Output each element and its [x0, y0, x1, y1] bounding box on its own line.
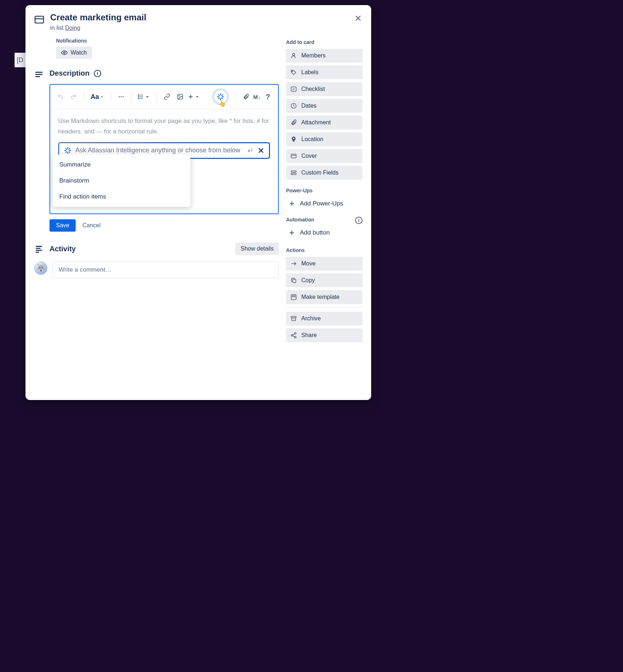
sidebar-dates[interactable]: Dates — [286, 99, 362, 113]
card-title[interactable]: Create marketing email — [50, 12, 146, 23]
markdown-button[interactable]: M↓ — [253, 91, 261, 103]
ai-placeholder: Ask Atlassian Intelligence anything or c… — [75, 147, 244, 154]
action-share[interactable]: Share — [286, 328, 362, 342]
info-icon[interactable]: i — [94, 70, 101, 77]
text-style-dropdown[interactable]: Aa — [88, 93, 106, 101]
close-button[interactable] — [352, 12, 365, 25]
undo-button[interactable] — [55, 91, 66, 103]
svg-point-24 — [292, 71, 293, 72]
help-button[interactable]: ? — [262, 91, 274, 103]
svg-point-13 — [138, 96, 139, 97]
editor-placeholder: Use Markdown shortcuts to format your pa… — [58, 116, 270, 137]
automation-info-icon[interactable]: i — [355, 217, 362, 224]
action-archive[interactable]: Archive — [286, 312, 362, 325]
powerups-title: Power-Ups — [286, 188, 362, 193]
redo-button[interactable] — [68, 91, 79, 103]
svg-rect-0 — [35, 16, 43, 23]
plus-icon — [288, 229, 295, 236]
enter-icon: ↵ — [247, 146, 254, 155]
archive-icon — [290, 315, 297, 322]
activity-icon — [34, 244, 44, 253]
svg-rect-29 — [291, 171, 296, 172]
attachment-button[interactable] — [240, 91, 252, 103]
sidebar-cover[interactable]: Cover — [286, 149, 362, 163]
ai-menu-summarize[interactable]: Summarize — [53, 157, 190, 173]
svg-point-6 — [119, 96, 120, 97]
divider — [286, 307, 362, 307]
show-details-button[interactable]: Show details — [235, 243, 279, 255]
tag-icon — [290, 69, 297, 76]
svg-point-42 — [291, 335, 293, 336]
svg-rect-38 — [292, 296, 295, 297]
card-subtitle: in list Doing — [50, 25, 146, 31]
sidebar-attachment[interactable]: Attachment — [286, 116, 362, 129]
save-button[interactable]: Save — [49, 219, 76, 232]
svg-point-14 — [138, 98, 139, 99]
svg-rect-5 — [35, 76, 40, 77]
cover-icon — [290, 153, 297, 159]
template-icon — [290, 294, 297, 300]
add-to-card-title: Add to card — [286, 39, 362, 45]
avatar: 🐺 — [34, 261, 47, 275]
actions-title: Actions — [286, 247, 362, 253]
svg-rect-36 — [293, 279, 296, 283]
svg-line-45 — [293, 336, 294, 337]
svg-rect-3 — [35, 72, 43, 73]
svg-point-16 — [179, 95, 179, 96]
activity-title: Activity — [49, 245, 230, 253]
copy-icon — [290, 277, 297, 284]
list-link[interactable]: Doing — [65, 25, 80, 31]
card-icon — [34, 15, 44, 25]
plus-icon — [288, 200, 295, 207]
sidebar-labels[interactable]: Labels — [286, 65, 362, 79]
ai-suggestions-menu: Summarize Brainstorm Find action items — [53, 155, 190, 207]
location-icon — [290, 136, 297, 143]
svg-point-12 — [138, 95, 139, 95]
cursor-icon: 👆 — [218, 100, 226, 108]
automation-title: Automation — [286, 217, 362, 223]
svg-rect-39 — [291, 316, 296, 318]
ai-menu-brainstorm[interactable]: Brainstorm — [53, 173, 190, 189]
sidebar-members[interactable]: Members — [286, 49, 362, 63]
eye-icon — [61, 49, 68, 56]
background-partial: [D — [15, 53, 25, 67]
sidebar-location[interactable]: Location — [286, 132, 362, 146]
comment-input[interactable]: Write a comment… — [52, 261, 279, 278]
add-powerups-button[interactable]: Add Power-Ups — [286, 197, 362, 210]
svg-point-23 — [293, 53, 295, 56]
action-make-template[interactable]: Make template — [286, 290, 362, 304]
cancel-button[interactable]: Cancel — [82, 222, 100, 229]
action-move[interactable]: Move — [286, 257, 362, 271]
watch-button[interactable]: Watch — [56, 47, 92, 59]
clock-icon — [290, 103, 297, 109]
editor-toolbar: Aa — [50, 85, 278, 109]
user-icon — [290, 52, 297, 59]
svg-rect-27 — [291, 154, 296, 158]
sidebar-custom-fields[interactable]: Custom Fields — [286, 166, 362, 180]
card-modal: Create marketing email in list Doing Not… — [25, 5, 371, 400]
link-button[interactable] — [161, 91, 173, 103]
add-automation-button[interactable]: Add button — [286, 226, 362, 239]
arrow-right-icon — [290, 260, 297, 267]
description-title: Description — [49, 69, 90, 77]
action-copy[interactable]: Copy — [286, 273, 362, 287]
list-dropdown[interactable] — [136, 91, 152, 103]
insert-dropdown[interactable] — [187, 91, 201, 103]
svg-rect-4 — [35, 74, 43, 75]
sidebar-checklist[interactable]: Checklist — [286, 82, 362, 96]
notifications-label: Notifications — [56, 38, 279, 44]
svg-line-44 — [293, 334, 294, 335]
more-formatting-button[interactable] — [115, 91, 127, 103]
checklist-icon — [290, 86, 297, 92]
share-icon — [290, 332, 297, 339]
svg-point-41 — [294, 333, 296, 335]
image-button[interactable] — [174, 91, 186, 103]
svg-rect-30 — [291, 173, 296, 175]
svg-point-8 — [123, 96, 124, 97]
sparkle-icon — [64, 147, 72, 155]
description-editor[interactable]: Aa — [49, 84, 279, 214]
ai-close-button[interactable] — [257, 147, 265, 154]
ai-menu-find-action-items[interactable]: Find action items — [53, 189, 190, 205]
svg-point-43 — [294, 336, 296, 338]
paperclip-icon — [290, 119, 297, 126]
